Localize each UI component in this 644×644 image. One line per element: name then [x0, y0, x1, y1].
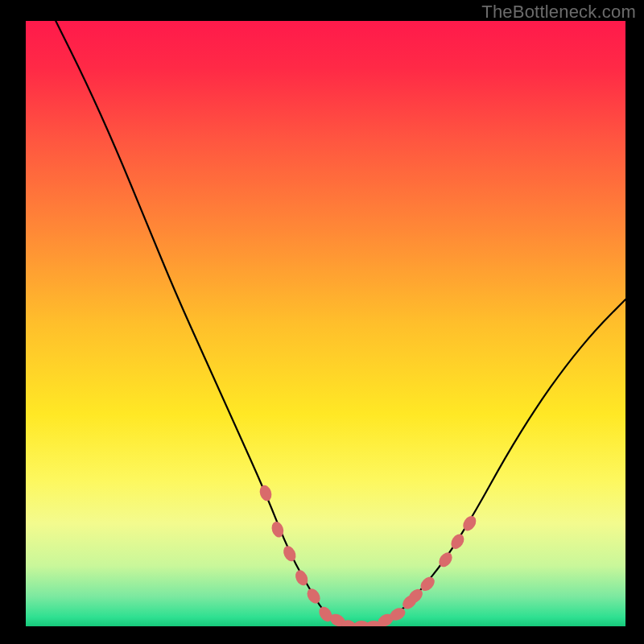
plot-svg: [26, 21, 625, 626]
gradient-background: [26, 21, 625, 626]
chart-container: TheBottleneck.com: [0, 0, 644, 644]
watermark-text: TheBottleneck.com: [481, 2, 636, 23]
plot-area: [26, 21, 625, 626]
